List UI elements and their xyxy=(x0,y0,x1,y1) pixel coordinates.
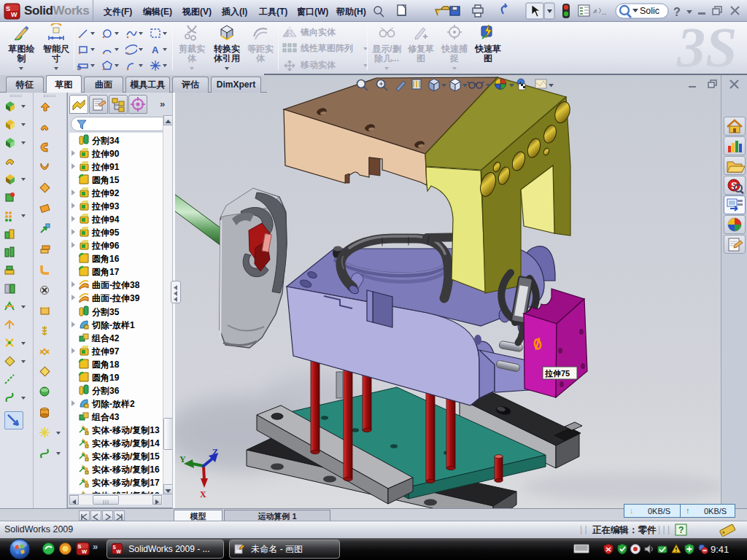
svg-text:X: X xyxy=(200,489,206,499)
svg-text:Solic: Solic xyxy=(640,6,659,16)
svg-text:..: .. xyxy=(602,7,606,16)
svg-text:W: W xyxy=(82,548,88,555)
svg-text:Y: Y xyxy=(179,454,186,464)
svg-text:W: W xyxy=(11,11,18,18)
svg-text:S: S xyxy=(78,543,82,550)
svg-text:拉伸75: 拉伸75 xyxy=(544,369,570,378)
svg-text:?: ? xyxy=(678,525,684,535)
svg-text:Z: Z xyxy=(212,447,218,457)
svg-text:A: A xyxy=(152,44,159,55)
svg-text:S: S xyxy=(6,5,10,12)
svg-text:W: W xyxy=(117,549,122,554)
